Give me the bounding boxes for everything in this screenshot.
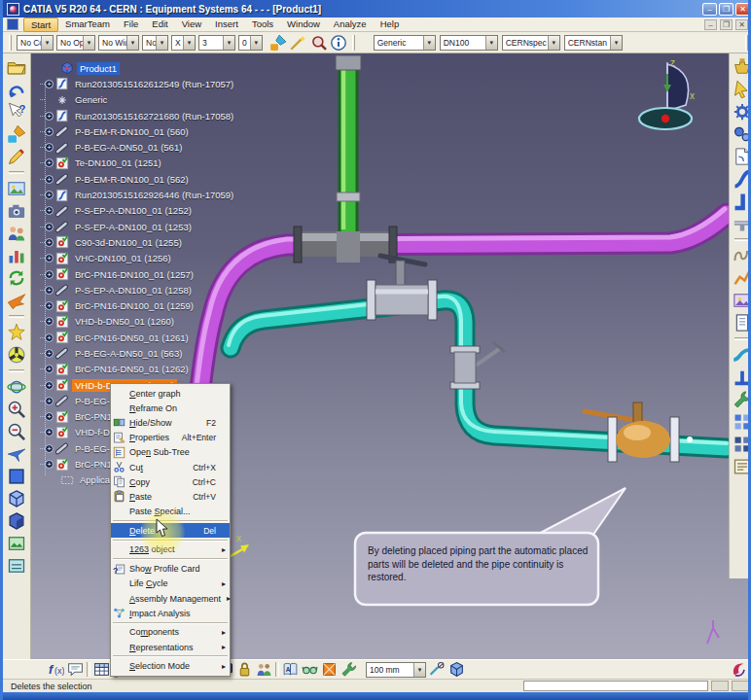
combo-box[interactable]: CERNstan (564, 35, 623, 51)
expand-icon[interactable] (45, 349, 54, 358)
pipe-elbow-icon[interactable] (733, 192, 751, 211)
tree-item[interactable]: Te-DN100_01 (1251) (40, 156, 244, 171)
expand-icon[interactable] (45, 80, 54, 88)
context-menu-item[interactable]: ?Show Profile Card (111, 562, 230, 577)
status-button[interactable] (711, 681, 729, 691)
expand-icon[interactable] (45, 381, 54, 390)
tree-item[interactable]: Run20130515162926446 (Run-17059) (40, 187, 244, 202)
context-menu-item[interactable]: PasteCtrl+V (111, 489, 230, 504)
plane-icon[interactable] (7, 291, 26, 310)
dropdown-arrow-icon[interactable] (223, 36, 234, 50)
context-menu-item[interactable]: CopyCtrl+C (111, 474, 230, 489)
bubble-icon[interactable] (67, 661, 84, 678)
mdi-button[interactable] (704, 19, 717, 30)
chart-icon[interactable] (7, 246, 26, 265)
expand-icon[interactable] (45, 428, 54, 437)
pipe-branch-icon[interactable] (733, 368, 751, 387)
context-menu-item[interactable]: Selection Mode (111, 659, 230, 674)
expand-icon[interactable] (45, 444, 54, 453)
snap-icon[interactable] (429, 661, 446, 678)
pen-icon[interactable] (7, 147, 26, 166)
zoom-out-icon[interactable] (7, 422, 26, 441)
toolbar-separator[interactable] (734, 337, 750, 340)
expand-icon[interactable] (45, 412, 54, 421)
context-menu-item[interactable]: Hide/ShowF2 (111, 415, 230, 430)
clash-icon[interactable] (321, 661, 338, 678)
dimension-combo[interactable]: 100 mm (366, 662, 426, 678)
tree-item[interactable]: P-S-EP-A-DN100_01 (1252) (40, 203, 244, 219)
toolbar-separator[interactable] (9, 369, 24, 372)
wrench-icon[interactable] (733, 390, 751, 409)
cube-icon[interactable] (448, 661, 465, 678)
combo-box[interactable]: 0 (238, 35, 263, 51)
dropdown-arrow-icon[interactable] (250, 36, 262, 50)
context-menu-item[interactable]: Reframe On (111, 401, 230, 415)
tree-item[interactable]: Product1 (40, 60, 244, 76)
context-menu-item[interactable]: Assembly Management (111, 591, 230, 606)
tree-item[interactable]: P-B-EG-A-DN50_01 (561) (40, 139, 244, 155)
combo-box[interactable]: CERNspec (502, 35, 560, 51)
expand-icon[interactable] (45, 223, 54, 231)
menu-item[interactable]: Insert (208, 18, 245, 32)
table-icon[interactable] (93, 661, 110, 678)
painter-icon[interactable] (269, 34, 287, 52)
toolbar-separator[interactable] (9, 171, 24, 174)
expand-icon[interactable] (45, 254, 54, 262)
tree-item[interactable]: Generic (40, 92, 244, 108)
rotate-icon[interactable] (7, 268, 26, 288)
vertical-pipe[interactable] (336, 55, 361, 231)
orbit-icon[interactable] (7, 377, 26, 397)
team-icon[interactable] (256, 661, 272, 678)
combo-box[interactable]: No Opa (56, 35, 95, 51)
context-menu-item[interactable]: CutCtrl+X (111, 460, 230, 474)
menu-item[interactable]: SmarTeam (58, 18, 117, 32)
expand-icon[interactable] (45, 365, 54, 373)
doc-icon[interactable] (733, 313, 751, 332)
dropdown-arrow-icon[interactable] (548, 36, 559, 50)
tree-item[interactable]: BrC-PN16-DN100_01 (1259) (40, 298, 244, 313)
viewport-3d[interactable]: z x x Product1Run20130515162612549 (Run-… (31, 53, 751, 659)
sheet-icon[interactable] (733, 457, 751, 476)
render-style-icon[interactable] (7, 511, 26, 531)
expand-icon[interactable] (45, 158, 54, 167)
view-green-icon[interactable] (7, 534, 26, 553)
fly-icon[interactable] (7, 444, 26, 464)
paint-icon[interactable] (7, 124, 26, 144)
tree-item[interactable]: Run20130515162721680 (Run-17058) (40, 108, 244, 123)
gate-valve[interactable] (367, 256, 437, 320)
spiral-icon[interactable] (733, 246, 751, 265)
dropdown-arrow-icon[interactable] (83, 36, 94, 50)
expand-icon[interactable] (45, 143, 54, 152)
toolbar-separator[interactable] (275, 662, 279, 677)
combo-box[interactable]: No Wid (98, 35, 139, 51)
people-icon[interactable] (7, 224, 26, 243)
select-icon[interactable] (733, 80, 751, 99)
tree-item[interactable]: BrC-PN16-DN100_01 (1257) (40, 266, 244, 282)
glasses-icon[interactable] (302, 661, 318, 678)
fx-icon[interactable]: f(x) (48, 661, 64, 678)
menu-item[interactable]: Start (23, 18, 58, 32)
context-menu-item[interactable]: Open Sub-Tree (111, 445, 230, 460)
tree-item[interactable]: BrC-PN16-DN50_01 (1262) (40, 362, 244, 377)
star-icon[interactable] (7, 323, 26, 342)
expand-icon[interactable] (45, 175, 54, 184)
toolbar-grip[interactable] (745, 35, 748, 51)
tree-item[interactable]: BrC-PN16-DN50_01 (1261) (40, 330, 244, 345)
status-button[interactable] (732, 681, 749, 691)
lock-icon[interactable] (236, 661, 253, 678)
info-icon[interactable] (330, 34, 347, 52)
menu-item[interactable]: View (175, 18, 208, 32)
parts2-icon[interactable] (733, 435, 751, 454)
tree-item[interactable]: P-B-EM-R-DN100_01 (560) (40, 123, 244, 139)
dropdown-arrow-icon[interactable] (610, 36, 622, 50)
combo-box[interactable]: Generic (374, 35, 436, 51)
context-menu-item[interactable]: Representations (111, 640, 230, 654)
valve-icon[interactable] (733, 57, 751, 77)
tree-item[interactable]: P-B-EG-A-DN50_01 (563) (40, 345, 244, 361)
wrench-icon[interactable] (340, 661, 357, 678)
wizard-icon[interactable] (289, 34, 306, 52)
image-icon[interactable] (7, 179, 26, 198)
dropdown-arrow-icon[interactable] (413, 663, 425, 677)
compass[interactable]: z x (639, 57, 695, 129)
robot-indicator[interactable] (707, 620, 719, 644)
